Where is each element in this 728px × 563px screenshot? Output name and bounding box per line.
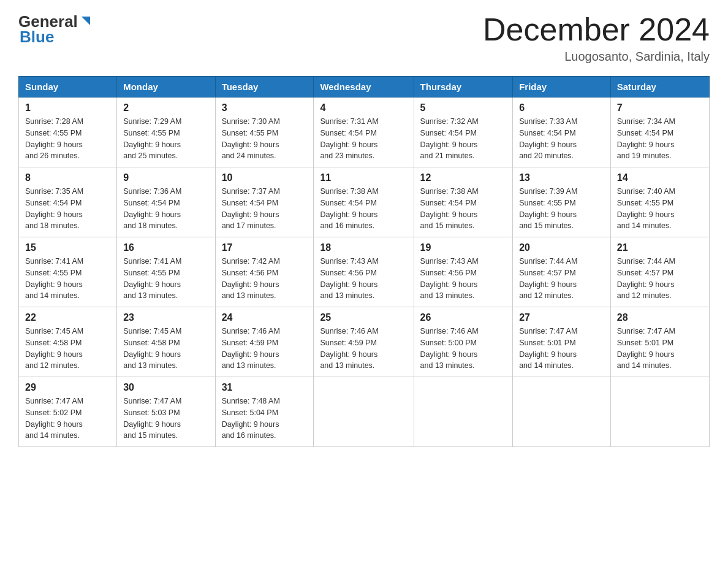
day-info: Sunrise: 7:40 AM Sunset: 4:55 PM Dayligh… — [617, 186, 703, 232]
calendar-week-row: 1 Sunrise: 7:28 AM Sunset: 4:55 PM Dayli… — [19, 98, 710, 167]
calendar-week-row: 15 Sunrise: 7:41 AM Sunset: 4:55 PM Dayl… — [19, 237, 710, 307]
calendar-cell — [414, 377, 513, 447]
day-number: 11 — [320, 172, 407, 183]
day-number: 18 — [320, 242, 407, 253]
calendar-cell — [610, 377, 709, 447]
day-info: Sunrise: 7:45 AM Sunset: 4:58 PM Dayligh… — [123, 326, 208, 372]
day-info: Sunrise: 7:48 AM Sunset: 5:04 PM Dayligh… — [222, 396, 308, 442]
calendar-cell: 21 Sunrise: 7:44 AM Sunset: 4:57 PM Dayl… — [610, 237, 709, 307]
calendar-table: SundayMondayTuesdayWednesdayThursdayFrid… — [18, 76, 710, 447]
day-number: 20 — [519, 242, 604, 253]
calendar-week-row: 22 Sunrise: 7:45 AM Sunset: 4:58 PM Dayl… — [19, 307, 710, 377]
logo-triangle-icon — [79, 14, 93, 28]
location: Luogosanto, Sardinia, Italy — [483, 50, 710, 64]
calendar-cell: 14 Sunrise: 7:40 AM Sunset: 4:55 PM Dayl… — [610, 167, 709, 237]
day-number: 27 — [519, 312, 604, 323]
day-info: Sunrise: 7:29 AM Sunset: 4:55 PM Dayligh… — [123, 116, 208, 162]
calendar-cell: 20 Sunrise: 7:44 AM Sunset: 4:57 PM Dayl… — [513, 237, 611, 307]
day-info: Sunrise: 7:37 AM Sunset: 4:54 PM Dayligh… — [222, 186, 308, 232]
day-info: Sunrise: 7:45 AM Sunset: 4:58 PM Dayligh… — [25, 326, 110, 372]
day-number: 24 — [222, 312, 308, 323]
day-number: 1 — [25, 102, 110, 113]
calendar-day-header: Friday — [513, 77, 611, 98]
calendar-cell: 23 Sunrise: 7:45 AM Sunset: 4:58 PM Dayl… — [117, 307, 215, 377]
day-number: 19 — [420, 242, 507, 253]
calendar-cell: 28 Sunrise: 7:47 AM Sunset: 5:01 PM Dayl… — [610, 307, 709, 377]
calendar-week-row: 8 Sunrise: 7:35 AM Sunset: 4:54 PM Dayli… — [19, 167, 710, 237]
calendar-cell: 16 Sunrise: 7:41 AM Sunset: 4:55 PM Dayl… — [117, 237, 215, 307]
day-number: 7 — [617, 102, 703, 113]
day-number: 6 — [519, 102, 604, 113]
calendar-cell: 1 Sunrise: 7:28 AM Sunset: 4:55 PM Dayli… — [19, 98, 117, 167]
day-info: Sunrise: 7:44 AM Sunset: 4:57 PM Dayligh… — [519, 256, 604, 302]
calendar-cell: 26 Sunrise: 7:46 AM Sunset: 5:00 PM Dayl… — [414, 307, 513, 377]
calendar-cell: 17 Sunrise: 7:42 AM Sunset: 4:56 PM Dayl… — [215, 237, 314, 307]
day-number: 30 — [123, 382, 208, 393]
day-info: Sunrise: 7:38 AM Sunset: 4:54 PM Dayligh… — [320, 186, 407, 232]
day-info: Sunrise: 7:46 AM Sunset: 5:00 PM Dayligh… — [420, 326, 507, 372]
day-info: Sunrise: 7:38 AM Sunset: 4:54 PM Dayligh… — [420, 186, 507, 232]
calendar-day-header: Tuesday — [215, 77, 314, 98]
day-info: Sunrise: 7:42 AM Sunset: 4:56 PM Dayligh… — [222, 256, 308, 302]
day-info: Sunrise: 7:32 AM Sunset: 4:54 PM Dayligh… — [420, 116, 507, 162]
day-info: Sunrise: 7:31 AM Sunset: 4:54 PM Dayligh… — [320, 116, 407, 162]
day-info: Sunrise: 7:34 AM Sunset: 4:54 PM Dayligh… — [617, 116, 703, 162]
calendar-cell: 7 Sunrise: 7:34 AM Sunset: 4:54 PM Dayli… — [610, 98, 709, 167]
calendar-cell: 4 Sunrise: 7:31 AM Sunset: 4:54 PM Dayli… — [314, 98, 414, 167]
calendar-week-row: 29 Sunrise: 7:47 AM Sunset: 5:02 PM Dayl… — [19, 377, 710, 447]
svg-marker-0 — [82, 17, 90, 25]
day-info: Sunrise: 7:44 AM Sunset: 4:57 PM Dayligh… — [617, 256, 703, 302]
day-number: 10 — [222, 172, 308, 183]
calendar-day-header: Saturday — [610, 77, 709, 98]
day-number: 9 — [123, 172, 208, 183]
calendar-cell: 12 Sunrise: 7:38 AM Sunset: 4:54 PM Dayl… — [414, 167, 513, 237]
calendar-day-header: Wednesday — [314, 77, 414, 98]
calendar-cell: 25 Sunrise: 7:46 AM Sunset: 4:59 PM Dayl… — [314, 307, 414, 377]
title-area: December 2024 Luogosanto, Sardinia, Ital… — [483, 12, 710, 64]
day-number: 13 — [519, 172, 604, 183]
calendar-cell: 19 Sunrise: 7:43 AM Sunset: 4:56 PM Dayl… — [414, 237, 513, 307]
calendar-cell: 3 Sunrise: 7:30 AM Sunset: 4:55 PM Dayli… — [215, 98, 314, 167]
calendar-day-header: Sunday — [19, 77, 117, 98]
calendar-cell: 29 Sunrise: 7:47 AM Sunset: 5:02 PM Dayl… — [19, 377, 117, 447]
calendar-header-row: SundayMondayTuesdayWednesdayThursdayFrid… — [19, 77, 710, 98]
day-info: Sunrise: 7:43 AM Sunset: 4:56 PM Dayligh… — [320, 256, 407, 302]
calendar-cell: 30 Sunrise: 7:47 AM Sunset: 5:03 PM Dayl… — [117, 377, 215, 447]
logo: General Blue — [18, 12, 93, 47]
day-info: Sunrise: 7:36 AM Sunset: 4:54 PM Dayligh… — [123, 186, 208, 232]
day-number: 26 — [420, 312, 507, 323]
calendar-cell: 22 Sunrise: 7:45 AM Sunset: 4:58 PM Dayl… — [19, 307, 117, 377]
day-info: Sunrise: 7:46 AM Sunset: 4:59 PM Dayligh… — [320, 326, 407, 372]
day-number: 28 — [617, 312, 703, 323]
day-number: 22 — [25, 312, 110, 323]
calendar-cell — [513, 377, 611, 447]
calendar-cell: 10 Sunrise: 7:37 AM Sunset: 4:54 PM Dayl… — [215, 167, 314, 237]
calendar-cell: 2 Sunrise: 7:29 AM Sunset: 4:55 PM Dayli… — [117, 98, 215, 167]
calendar-cell: 24 Sunrise: 7:46 AM Sunset: 4:59 PM Dayl… — [215, 307, 314, 377]
day-number: 4 — [320, 102, 407, 113]
day-info: Sunrise: 7:30 AM Sunset: 4:55 PM Dayligh… — [222, 116, 308, 162]
day-info: Sunrise: 7:47 AM Sunset: 5:01 PM Dayligh… — [617, 326, 703, 372]
month-title: December 2024 — [483, 12, 710, 47]
calendar-day-header: Thursday — [414, 77, 513, 98]
calendar-cell: 13 Sunrise: 7:39 AM Sunset: 4:55 PM Dayl… — [513, 167, 611, 237]
calendar-cell: 8 Sunrise: 7:35 AM Sunset: 4:54 PM Dayli… — [19, 167, 117, 237]
day-number: 29 — [25, 382, 110, 393]
day-number: 23 — [123, 312, 208, 323]
day-number: 25 — [320, 312, 407, 323]
day-info: Sunrise: 7:47 AM Sunset: 5:02 PM Dayligh… — [25, 396, 110, 442]
calendar-cell: 27 Sunrise: 7:47 AM Sunset: 5:01 PM Dayl… — [513, 307, 611, 377]
day-info: Sunrise: 7:47 AM Sunset: 5:01 PM Dayligh… — [519, 326, 604, 372]
calendar-cell: 15 Sunrise: 7:41 AM Sunset: 4:55 PM Dayl… — [19, 237, 117, 307]
day-info: Sunrise: 7:41 AM Sunset: 4:55 PM Dayligh… — [123, 256, 208, 302]
day-number: 21 — [617, 242, 703, 253]
day-number: 17 — [222, 242, 308, 253]
calendar-cell: 11 Sunrise: 7:38 AM Sunset: 4:54 PM Dayl… — [314, 167, 414, 237]
day-number: 3 — [222, 102, 308, 113]
day-info: Sunrise: 7:35 AM Sunset: 4:54 PM Dayligh… — [25, 186, 110, 232]
calendar-cell — [314, 377, 414, 447]
day-info: Sunrise: 7:43 AM Sunset: 4:56 PM Dayligh… — [420, 256, 507, 302]
day-number: 8 — [25, 172, 110, 183]
day-number: 15 — [25, 242, 110, 253]
day-number: 14 — [617, 172, 703, 183]
